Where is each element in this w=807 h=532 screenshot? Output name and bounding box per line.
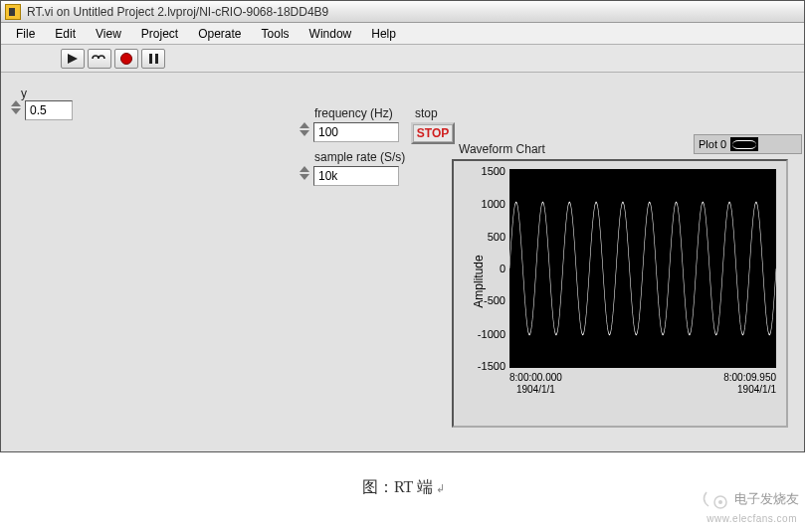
chart-title: Waveform Chart <box>459 142 545 156</box>
menu-help[interactable]: Help <box>362 24 405 44</box>
waveform-chart[interactable]: Amplitude 1500 1000 500 0 -500 -1000 -15… <box>452 159 788 428</box>
abort-button[interactable] <box>114 49 138 69</box>
y-decrement[interactable] <box>11 108 21 114</box>
frequency-label: frequency (Hz) <box>314 106 393 120</box>
x-start-tick: 8:00:00.000 1904/1/1 <box>509 372 562 396</box>
window-title: RT.vi on Untitled Project 2.lvproj/NI-cR… <box>27 5 328 19</box>
menu-tools[interactable]: Tools <box>253 24 299 44</box>
toolbar <box>1 45 804 73</box>
plot-area <box>509 169 776 368</box>
menu-window[interactable]: Window <box>301 24 361 44</box>
y-label: y <box>21 87 27 100</box>
frequency-input[interactable] <box>313 122 399 142</box>
y-input[interactable] <box>25 100 73 120</box>
legend-label: Plot 0 <box>699 138 726 150</box>
vi-window: RT.vi on Untitled Project 2.lvproj/NI-cR… <box>0 0 805 452</box>
y-spinner[interactable] <box>11 100 23 120</box>
frequency-decrement[interactable] <box>300 130 309 136</box>
sample-rate-increment[interactable] <box>300 166 309 172</box>
frequency-spinner[interactable] <box>300 122 311 142</box>
menu-edit[interactable]: Edit <box>46 24 85 44</box>
chart-body: Amplitude 1500 1000 500 0 -500 -1000 -15… <box>460 167 780 396</box>
sample-rate-decrement[interactable] <box>300 174 309 180</box>
frequency-control <box>300 122 399 142</box>
front-panel: y frequency (Hz) sample rate (S/s) sto <box>1 75 804 451</box>
menu-operate[interactable]: Operate <box>189 24 250 44</box>
y-axis-ticks: 1500 1000 500 0 -500 -1000 -1500 <box>472 169 505 368</box>
y-increment[interactable] <box>11 100 21 106</box>
sample-rate-spinner[interactable] <box>300 166 311 186</box>
stop-button[interactable]: STOP <box>411 122 455 144</box>
x-end-tick: 8:00:09.950 1904/1/1 <box>723 372 776 396</box>
menu-view[interactable]: View <box>87 24 130 44</box>
sample-rate-input[interactable] <box>313 166 399 186</box>
run-button[interactable] <box>61 49 85 69</box>
menu-project[interactable]: Project <box>132 24 187 44</box>
menu-bar: File Edit View Project Operate Tools Win… <box>1 23 804 45</box>
frequency-increment[interactable] <box>300 122 309 128</box>
sample-rate-control <box>300 166 399 186</box>
y-control <box>11 100 73 120</box>
plot-legend[interactable]: Plot 0 <box>694 134 802 154</box>
sample-rate-label: sample rate (S/s) <box>314 150 405 164</box>
title-bar[interactable]: RT.vi on Untitled Project 2.lvproj/NI-cR… <box>1 1 804 23</box>
labview-icon <box>5 4 21 20</box>
stop-label: stop <box>415 106 438 120</box>
legend-swatch-icon <box>730 137 758 151</box>
run-continuous-button[interactable] <box>88 49 111 69</box>
svg-marker-0 <box>68 54 78 64</box>
pause-button[interactable] <box>141 49 165 69</box>
menu-file[interactable]: File <box>7 24 44 44</box>
